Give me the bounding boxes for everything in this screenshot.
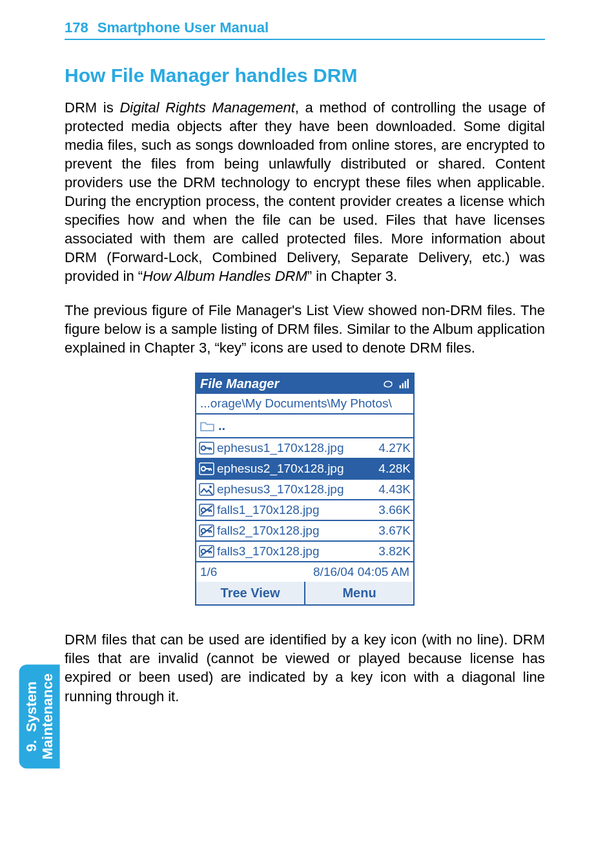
section-heading: How File Manager handles DRM xyxy=(65,65,545,87)
softkey-tree-view[interactable]: Tree View xyxy=(196,582,305,604)
file-manager-position: 1/6 xyxy=(200,565,217,579)
file-manager-figure: File Manager ...orage\My Documents\My Ph… xyxy=(65,373,545,606)
file-manager-timestamp: 8/16/04 04:05 AM xyxy=(313,565,409,579)
file-manager-path: ...orage\My Documents\My Photos\ xyxy=(196,394,413,415)
file-row[interactable]: ephesus1_170x128.jpg4.27K xyxy=(196,438,413,459)
file-name: ephesus2_170x128.jpg xyxy=(217,462,376,476)
file-row[interactable]: ephesus2_170x128.jpg4.28K xyxy=(196,459,413,480)
paragraph-drm-intro: DRM is Digital Rights Management, a meth… xyxy=(65,98,545,285)
file-row[interactable]: falls2_170x128.jpg3.67K xyxy=(196,521,413,542)
file-row[interactable]: falls3_170x128.jpg3.82K xyxy=(196,542,413,562)
file-size: 4.28K xyxy=(378,462,411,476)
file-manager-title: File Manager xyxy=(200,376,279,391)
svg-point-9 xyxy=(209,486,212,488)
text-emphasis: How Album Handles DRM xyxy=(143,268,307,284)
file-name: falls2_170x128.jpg xyxy=(217,524,376,538)
text-run: , a method of controlling the usage of p… xyxy=(65,99,545,284)
signal-icon xyxy=(398,379,409,389)
file-manager-up-row[interactable]: .. xyxy=(196,415,413,438)
drm-key-icon xyxy=(199,442,214,455)
file-manager-titlebar: File Manager xyxy=(196,374,413,394)
header-title: Smartphone User Manual xyxy=(98,19,269,36)
svg-rect-0 xyxy=(400,385,401,389)
drm-key-icon xyxy=(199,462,214,475)
svg-rect-2 xyxy=(405,381,406,388)
file-name: falls3_170x128.jpg xyxy=(217,544,376,559)
file-manager-softkeys: Tree View Menu xyxy=(196,582,413,604)
drm-key-invalid-icon xyxy=(199,545,214,558)
paragraph-figure-intro: The previous figure of File Manager's Li… xyxy=(65,301,545,357)
image-file-icon xyxy=(199,483,214,496)
file-size: 3.67K xyxy=(378,524,411,538)
file-name: falls1_170x128.jpg xyxy=(217,503,376,517)
paragraph-key-icon-desc: DRM files that can be used are identifie… xyxy=(65,630,545,705)
file-manager-status-bar: 1/6 8/16/04 04:05 AM xyxy=(196,562,413,582)
file-size: 3.66K xyxy=(378,503,411,517)
file-row[interactable]: falls1_170x128.jpg3.66K xyxy=(196,500,413,521)
svg-rect-3 xyxy=(407,379,409,388)
file-name: ephesus3_170x128.jpg xyxy=(217,482,376,497)
file-size: 3.82K xyxy=(378,544,411,559)
drm-key-invalid-icon xyxy=(199,524,214,537)
chapter-side-tab: 9. System Maintenance xyxy=(19,664,60,768)
file-size: 4.27K xyxy=(378,441,411,455)
file-name: ephesus1_170x128.jpg xyxy=(217,441,376,455)
sync-icon xyxy=(382,379,394,389)
file-size: 4.43K xyxy=(378,482,411,497)
text-run: ” in Chapter 3. xyxy=(307,268,397,284)
file-row[interactable]: ephesus3_170x128.jpg4.43K xyxy=(196,480,413,500)
text-run: DRM is xyxy=(65,99,119,116)
softkey-menu[interactable]: Menu xyxy=(305,582,413,604)
page-header: 178 Smartphone User Manual xyxy=(65,19,545,40)
file-manager-window: File Manager ...orage\My Documents\My Ph… xyxy=(195,373,415,606)
folder-icon xyxy=(200,420,214,432)
page-number: 178 xyxy=(65,19,88,36)
file-manager-up-label: .. xyxy=(218,418,225,433)
svg-rect-1 xyxy=(402,383,404,388)
drm-key-invalid-icon xyxy=(199,504,214,517)
text-emphasis: Digital Rights Management xyxy=(119,99,294,116)
